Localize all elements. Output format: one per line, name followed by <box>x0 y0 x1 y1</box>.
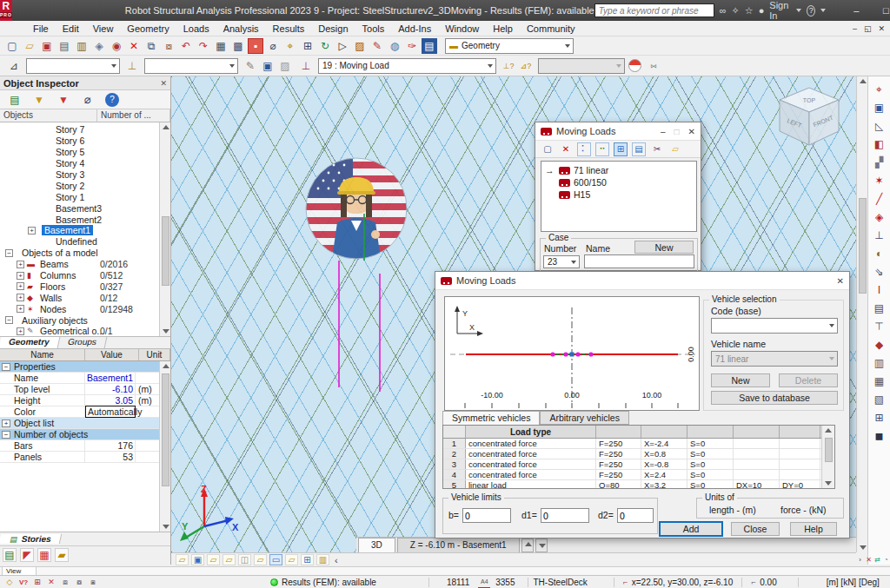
new-view-icon[interactable]: ▱ <box>176 554 189 565</box>
close-view-icon[interactable]: ✕ <box>865 554 873 565</box>
dx-cell[interactable] <box>734 449 780 459</box>
display-settings-icon[interactable]: ▣ <box>871 99 888 116</box>
zoom-icon[interactable]: ⌀ <box>265 38 281 54</box>
walls-icon[interactable]: ▦ <box>871 373 888 389</box>
mdi-close-button[interactable]: ✕ <box>878 24 885 33</box>
tab-stories[interactable]: ▤ Stories <box>0 534 62 544</box>
tree-expander[interactable] <box>39 126 47 134</box>
dy-cell[interactable] <box>780 449 820 459</box>
hatch-icon[interactable]: ▨ <box>352 38 368 54</box>
number-column-header[interactable]: Number of ... <box>97 109 170 122</box>
tree-label[interactable]: Story 1 <box>53 192 87 202</box>
dy-cell[interactable] <box>780 470 820 479</box>
help-icon[interactable]: ? <box>807 5 815 17</box>
print-preview-icon[interactable]: ▥ <box>74 38 90 54</box>
property-row[interactable]: − Properties <box>0 361 170 373</box>
x-cell[interactable]: X=2.4 <box>641 470 687 479</box>
menu-item[interactable]: View <box>86 23 121 34</box>
property-row[interactable]: Bars 176 <box>0 440 170 452</box>
cut-icon[interactable]: ✂ <box>650 142 664 156</box>
tab-symmetric-vehicles[interactable]: Symmetric vehicles <box>442 411 540 425</box>
render-mode-icon[interactable] <box>628 59 641 72</box>
menu-item[interactable]: Window <box>438 23 486 34</box>
redo-icon[interactable]: ↷ <box>196 38 211 54</box>
load-row[interactable]: 5 linear load Q=80 X=3.2 S=0 DX=10 DY=0 <box>443 480 834 489</box>
menu-item[interactable]: Community <box>520 23 582 34</box>
new-vehicle-button[interactable]: New <box>711 373 770 387</box>
property-value[interactable]: Automatically <box>85 406 136 418</box>
load-type-header[interactable]: Load type <box>466 426 596 438</box>
panels-icon[interactable]: ◈ <box>871 208 888 225</box>
property-expander[interactable] <box>2 408 10 416</box>
grid-view-icon[interactable]: ⊞ <box>301 554 314 565</box>
property-row[interactable]: + Object list <box>0 418 170 429</box>
inactive-slot-icon[interactable]: ▨ <box>277 58 293 74</box>
favorites-icon[interactable]: ☆ <box>745 5 754 17</box>
tree-row[interactable]: Undefined <box>0 236 170 248</box>
rotate-3d-icon[interactable]: ↻ <box>317 38 333 54</box>
dimetric-view-icon[interactable]: ⧇ <box>73 577 85 588</box>
load-type-cell[interactable]: concentrated force <box>466 470 596 479</box>
tree-expander[interactable] <box>39 137 47 145</box>
tree-label[interactable]: Story 7 <box>53 124 87 135</box>
full-view-icon[interactable]: ▭ <box>269 554 282 565</box>
s-cell[interactable]: S=0 <box>687 480 734 489</box>
property-value[interactable]: 53 <box>85 452 136 462</box>
tree-row[interactable]: Story 2 <box>0 180 170 191</box>
menu-item[interactable]: Edit <box>56 23 86 34</box>
delete-vehicle-icon[interactable]: ✕ <box>559 142 573 156</box>
x-cell[interactable]: X=-0.8 <box>641 459 687 469</box>
stories-icon[interactable]: ▧ <box>871 391 888 407</box>
axonometry-icon[interactable]: ▱ <box>285 554 298 565</box>
tree-expander[interactable] <box>39 204 47 212</box>
tree-row[interactable]: Basement2 <box>0 214 170 225</box>
inspector-close-button[interactable]: ✕ <box>160 79 167 88</box>
dialog2-title-bar[interactable]: Moving Loads ✕ <box>435 272 849 290</box>
vehicle-list[interactable]: → 71 linear 600/150 H15 <box>541 161 697 232</box>
view-cube[interactable]: TOP LEFT FRONT <box>780 88 839 145</box>
cube-top-face[interactable]: TOP <box>803 97 816 103</box>
releases-icon[interactable]: ⊤ <box>871 318 888 334</box>
swap-view-icon[interactable]: ⇄ <box>873 554 881 565</box>
repair-tools-icon[interactable]: ✑ <box>404 38 420 54</box>
tree-label[interactable]: Story 3 <box>53 169 87 180</box>
dialog1-title-bar[interactable]: Moving Loads – □ ✕ <box>535 122 701 141</box>
stories-table-icon[interactable]: ▦ <box>37 548 51 562</box>
tree-label[interactable]: Floors <box>37 281 68 292</box>
tree-expander[interactable]: + <box>17 261 24 268</box>
menu-item[interactable]: Loads <box>176 23 216 34</box>
d1-input[interactable] <box>541 509 588 522</box>
vehicle-name[interactable]: H15 <box>574 189 590 200</box>
tree-row[interactable]: Story 1 <box>0 191 170 202</box>
tree-label[interactable]: Nodes <box>37 304 69 314</box>
property-value[interactable]: 176 <box>85 440 136 451</box>
view-manager-icon[interactable]: ▤ <box>422 38 437 54</box>
menu-item[interactable]: Help <box>486 23 520 34</box>
unit-column-header[interactable]: Unit <box>139 349 170 360</box>
maximize-button[interactable]: □ <box>871 0 890 21</box>
tree-row[interactable]: − Auxiliary objects <box>0 314 170 326</box>
scroll-right-icon[interactable]: › <box>856 554 864 565</box>
filter-icon[interactable]: ▼ <box>32 93 46 107</box>
force-cell[interactable]: F=250 <box>596 459 641 469</box>
vehicle-list-item[interactable]: 600/150 <box>541 176 696 188</box>
x-cell[interactable]: X=-2.4 <box>641 439 687 448</box>
tree-label[interactable]: Undefined <box>53 236 100 247</box>
tree-label[interactable]: Walls <box>37 293 64 303</box>
pan-icon[interactable]: ⌖ <box>282 38 298 54</box>
help-icon[interactable]: ? <box>105 93 119 107</box>
dx-cell[interactable]: DX=10 <box>734 480 780 489</box>
s-cell[interactable]: S=0 <box>687 470 734 479</box>
tree-label[interactable]: Story 4 <box>53 158 87 168</box>
property-value[interactable]: -6.10 <box>85 384 136 394</box>
details-view-icon[interactable]: ▤ <box>632 142 646 156</box>
snap-a4-icon[interactable]: A4 <box>478 577 490 588</box>
dialog1-close-button[interactable]: ✕ <box>688 127 695 136</box>
nodes-icon[interactable]: ✶ <box>871 172 888 188</box>
dialog2-close-button[interactable]: ✕ <box>837 276 844 286</box>
copy-icon[interactable]: ⧉ <box>143 38 159 54</box>
add-button[interactable]: Add <box>660 522 722 536</box>
view-3d-icon[interactable]: ◫ <box>238 554 251 565</box>
property-row[interactable]: − Number of objects <box>0 429 170 440</box>
tree-expander[interactable]: + <box>28 227 36 235</box>
